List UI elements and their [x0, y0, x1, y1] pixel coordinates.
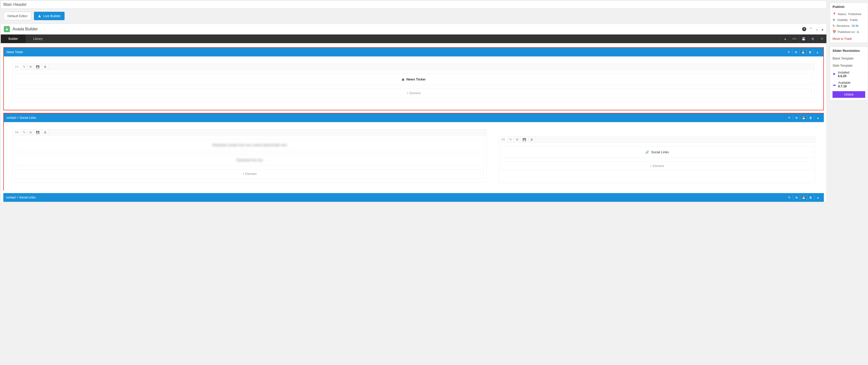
clone-icon[interactable]: ⧉ — [28, 130, 34, 135]
help-icon[interactable]: ? — [802, 27, 806, 31]
slider-template-item[interactable]: Blank Template — [830, 55, 868, 62]
column: 2/5 ✎ ⧉ 💾 🗑 🔗 Social Links — [499, 136, 815, 183]
published-on-row: 📅 Published on: A — [830, 29, 868, 35]
available-version-row: ☁ Available 6.7.18 — [830, 79, 868, 90]
element-social-links[interactable]: 🔗 Social Links — [502, 146, 812, 158]
element-label: Redacted contact line one content placeh… — [212, 143, 287, 147]
container-title: contact + Social Links — [6, 196, 35, 199]
avada-icon — [38, 14, 41, 18]
edit-icon[interactable]: ✎ — [785, 195, 793, 200]
default-editor-button[interactable]: Default Editor — [4, 12, 31, 20]
pin-icon: 📍 — [833, 12, 836, 16]
edit-icon[interactable]: ✎ — [21, 64, 28, 70]
chevron-up-icon[interactable]: ⌃ — [809, 27, 812, 31]
slider-template-item[interactable]: Slide Template — [830, 62, 868, 69]
edit-icon[interactable]: ✎ — [507, 137, 514, 143]
link-icon: 🔗 — [645, 150, 649, 154]
element-label: Social Links — [651, 150, 669, 154]
code-icon[interactable]: </> — [790, 34, 799, 43]
collapse-icon[interactable]: ▲ — [780, 34, 790, 43]
clone-icon[interactable]: ⧉ — [793, 195, 800, 200]
clone-icon[interactable]: ⧉ — [514, 137, 521, 143]
container-title[interactable]: contact + Social Links — [6, 116, 785, 119]
calendar-icon: 📅 — [833, 30, 836, 34]
tab-library[interactable]: Library — [26, 34, 50, 43]
builder-logo — [4, 26, 10, 32]
unlock-button[interactable]: Unlock — [833, 91, 865, 98]
slider-header: Slider Revolution — [830, 47, 868, 55]
delete-icon[interactable]: 🗑 — [528, 137, 535, 143]
save-icon[interactable]: 💾 — [799, 49, 807, 55]
container-contact-social: contact + Social Links ✎ ⧉ 💾 🗑 ▴ — [3, 113, 824, 191]
edit-icon[interactable]: ✎ — [785, 115, 793, 120]
column: 1/1 ✎ ⧉ 💾 🗑 ▣ News Ticker — [12, 64, 815, 102]
container-news-ticker: News Ticker ✎ ⧉ 💾 🗑 ▴ — [3, 47, 824, 110]
delete-icon[interactable]: 🗑 — [42, 130, 49, 135]
eye-icon: 👁 — [833, 19, 836, 22]
collapse-icon[interactable]: ▴ — [814, 115, 821, 120]
slider-revolution-box: Slider Revolution Blank Template Slide T… — [830, 47, 868, 101]
page-title-input[interactable]: Main Header — [1, 1, 827, 9]
builder-title: Avada Builder — [12, 27, 802, 31]
save-icon[interactable]: 💾 — [34, 130, 42, 135]
save-icon[interactable]: 💾 — [34, 64, 42, 70]
save-icon[interactable]: 💾 — [800, 195, 807, 200]
element-news-ticker[interactable]: ▣ News Ticker — [15, 74, 812, 85]
caret-toggle-icon[interactable]: ▴ — [822, 27, 823, 31]
collapse-icon[interactable]: ▴ — [814, 49, 821, 55]
collapse-icon[interactable]: ▴ — [814, 195, 821, 200]
live-builder-label: Live Builder — [43, 14, 61, 18]
save-icon[interactable]: 💾 — [521, 137, 528, 143]
installed-version-row: ⚑ Installed 6.6.20 — [830, 69, 868, 79]
delete-icon[interactable]: 🗑 — [807, 115, 814, 120]
delete-icon[interactable]: 🗑 — [807, 49, 814, 55]
save-icon[interactable]: 💾 — [799, 34, 808, 43]
chevron-down-icon[interactable]: ⌄ — [815, 27, 818, 31]
history-icon: ↻ — [833, 24, 835, 28]
revisions-row[interactable]: ↻ Revisions: 50 Br — [830, 23, 868, 29]
delete-icon[interactable]: 🗑 — [807, 195, 814, 200]
column-fraction: 3/5 — [13, 130, 21, 135]
tab-builder[interactable]: Builder — [1, 34, 26, 43]
clone-icon[interactable]: ⧉ — [793, 115, 800, 120]
status-row: 📍 Status: Published — [830, 11, 868, 17]
column-fraction: 2/5 — [499, 137, 507, 143]
publish-box: Publish 📍 Status: Published 👁 Visibility… — [830, 3, 868, 43]
visibility-row: 👁 Visibility: Public — [830, 17, 868, 23]
column: 3/5 ✎ ⧉ 💾 🗑 Redacted contact line one co… — [12, 129, 487, 183]
element-text[interactable]: Redacted contact line one content placeh… — [15, 139, 484, 151]
clone-icon[interactable]: ⧉ — [792, 49, 799, 55]
history-icon[interactable]: ↻ — [817, 34, 827, 43]
newspaper-icon: ▣ — [402, 78, 404, 81]
save-icon[interactable]: 💾 — [800, 115, 807, 120]
trash-icon[interactable]: 🗑 — [808, 34, 817, 43]
element-label: Redacted line two — [237, 158, 263, 162]
container-title[interactable]: News Ticker — [6, 50, 785, 54]
publish-header: Publish — [830, 3, 868, 11]
add-element-button[interactable]: Element — [15, 89, 812, 98]
edit-icon[interactable]: ✎ — [21, 130, 28, 135]
move-to-trash-link[interactable]: Move to Trash — [830, 35, 868, 43]
flag-icon: ⚑ — [833, 72, 836, 76]
add-element-button[interactable]: Element — [502, 162, 812, 171]
column-fraction: 1/1 — [13, 64, 21, 70]
add-element-button[interactable]: Element — [15, 169, 484, 178]
element-label: News Ticker — [406, 77, 426, 81]
cloud-download-icon: ☁ — [833, 83, 836, 87]
edit-icon[interactable]: ✎ — [785, 49, 792, 55]
live-builder-button[interactable]: Live Builder — [34, 12, 65, 20]
element-text[interactable]: Redacted line two — [15, 154, 484, 166]
delete-icon[interactable]: 🗑 — [42, 64, 49, 70]
container-header-bottom[interactable]: contact + Social Links ✎ ⧉ 💾 🗑 ▴ — [3, 193, 824, 202]
clone-icon[interactable]: ⧉ — [28, 64, 34, 70]
